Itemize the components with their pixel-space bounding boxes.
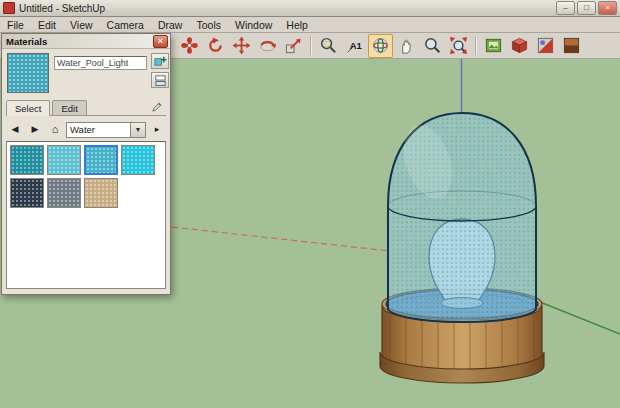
in-model-home-button[interactable]: ⌂ — [46, 121, 64, 139]
collections-dropdown[interactable]: Water ▼ — [66, 122, 146, 138]
menu-item-view[interactable]: View — [63, 18, 100, 32]
material-swatch[interactable] — [121, 145, 155, 175]
maximize-button[interactable]: □ — [577, 1, 596, 15]
materials-dialog-title: Materials — [6, 36, 47, 47]
components-button[interactable] — [507, 34, 532, 58]
eyedropper-icon — [151, 100, 164, 113]
material-swatch[interactable] — [47, 145, 81, 175]
collections-dropdown-value: Water — [70, 124, 95, 135]
menu-item-help[interactable]: Help — [279, 18, 315, 32]
materials-dialog-titlebar[interactable]: Materials × — [2, 34, 170, 49]
scale-button[interactable] — [281, 34, 306, 58]
move-button[interactable] — [229, 34, 254, 58]
zoom-window-icon — [319, 36, 338, 55]
materials-nav-row: ◀ ▶ ⌂ Water ▼ ▸ — [6, 121, 166, 138]
styles-button[interactable] — [533, 34, 558, 58]
dropdown-arrow-icon[interactable]: ▼ — [130, 123, 145, 137]
menu-item-edit[interactable]: Edit — [31, 18, 63, 32]
material-swatch[interactable] — [84, 178, 118, 208]
pan-icon — [397, 36, 416, 55]
axis-red-dashed — [172, 227, 390, 251]
material-swatch-list — [6, 141, 166, 289]
rotate-icon — [258, 36, 277, 55]
glass-dome — [388, 113, 536, 322]
material-swatch[interactable] — [10, 178, 44, 208]
menu-item-window[interactable]: Window — [228, 18, 279, 32]
scale-icon — [284, 36, 303, 55]
forward-button[interactable]: ▶ — [26, 121, 44, 139]
back-button[interactable]: ◀ — [6, 121, 24, 139]
secondary-pane-icon — [154, 74, 167, 87]
material-preview-thumbnail — [7, 53, 49, 93]
material-swatch[interactable] — [47, 178, 81, 208]
orbit-button[interactable] — [368, 34, 393, 58]
app-icon — [3, 2, 15, 14]
title-bar[interactable]: Untitled - SketchUp – □ × — [0, 0, 620, 17]
follow-me-icon — [180, 36, 199, 55]
menu-item-draw[interactable]: Draw — [151, 18, 190, 32]
details-arrow-button[interactable]: ▸ — [148, 121, 166, 139]
orbit-icon — [371, 36, 390, 55]
window-title: Untitled - SketchUp — [19, 3, 105, 14]
zoom-window-button[interactable] — [316, 34, 341, 58]
menu-bar: File Edit View Camera Draw Tools Window … — [0, 17, 620, 33]
shadows-icon — [562, 36, 581, 55]
material-swatch[interactable] — [10, 145, 44, 175]
styles-icon — [536, 36, 555, 55]
get-models-button[interactable] — [481, 34, 506, 58]
components-icon — [510, 36, 529, 55]
axis-green — [540, 302, 620, 334]
materials-close-button[interactable]: × — [153, 35, 168, 48]
create-material-icon — [154, 55, 167, 68]
follow-me-button[interactable] — [177, 34, 202, 58]
menu-item-camera[interactable]: Camera — [100, 18, 151, 32]
toolbar-separator — [475, 37, 477, 55]
menu-item-file[interactable]: File — [0, 18, 31, 32]
offset-icon — [206, 36, 225, 55]
zoom-extents-button[interactable] — [446, 34, 471, 58]
text-tool-button[interactable]: A1 — [342, 34, 367, 58]
offset-button[interactable] — [203, 34, 228, 58]
toolbar-separator — [310, 37, 312, 55]
close-button[interactable]: × — [598, 1, 617, 15]
zoom-icon — [423, 36, 442, 55]
sample-paint-button[interactable] — [151, 100, 164, 113]
secondary-pane-button[interactable] — [151, 72, 169, 88]
tab-edit[interactable]: Edit — [52, 100, 86, 115]
shadows-button[interactable] — [559, 34, 584, 58]
create-material-button[interactable] — [151, 53, 169, 69]
minimize-button[interactable]: – — [556, 1, 575, 15]
move-icon — [232, 36, 251, 55]
menu-item-tools[interactable]: Tools — [189, 18, 228, 32]
zoom-extents-icon — [449, 36, 468, 55]
tab-select[interactable]: Select — [6, 100, 50, 116]
material-swatch-selected[interactable] — [84, 145, 118, 175]
svg-text:A1: A1 — [350, 40, 363, 51]
materials-dialog: Materials × Select Edit — [1, 33, 171, 295]
get-models-icon — [484, 36, 503, 55]
rotate-button[interactable] — [255, 34, 280, 58]
material-name-input[interactable] — [54, 56, 147, 70]
materials-tabs: Select Edit — [6, 98, 166, 116]
text-tool-icon: A1 — [345, 36, 364, 55]
model-dome-planter[interactable] — [380, 113, 544, 383]
pan-button[interactable] — [394, 34, 419, 58]
zoom-button[interactable] — [420, 34, 445, 58]
